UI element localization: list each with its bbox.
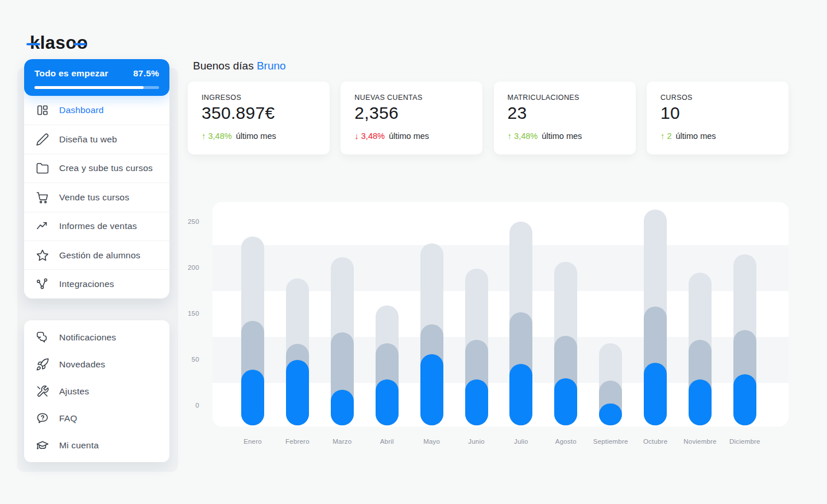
integrations-icon	[36, 277, 49, 291]
stat-card-value: 2,356	[354, 103, 469, 123]
stat-cards-row: INGRESOS350.897€↑3,48%último mesNUEVAS C…	[188, 82, 789, 154]
up-arrow-icon: ↑	[660, 131, 665, 141]
x-axis-label-junio: Junio	[468, 438, 485, 445]
x-axis-label-septiembre: Septiembre	[593, 438, 628, 445]
sidebar-item-label: Integraciones	[59, 279, 114, 289]
stat-card-delta: ↑3,48%último mes	[508, 131, 622, 141]
x-axis-label-noviembre: Noviembre	[683, 438, 716, 445]
sidebar-item-faq[interactable]: FAQ	[24, 405, 169, 432]
sidebar-item-label: FAQ	[59, 413, 78, 424]
y-axis-tick-150: 150	[171, 310, 199, 317]
sidebar-item-dashboard[interactable]: Dashboard	[24, 96, 169, 125]
bar-septiembre-blue_layer	[599, 404, 622, 425]
x-axis-label-agosto: Agosto	[555, 438, 577, 445]
chat-bubbles-icon	[36, 331, 49, 344]
sidebar-item-gestion-de-alumnos[interactable]: Gestión de alumnos	[24, 241, 169, 269]
page-greeting: Buenos días Bruno	[193, 60, 286, 72]
x-axis-label-diciembre: Diciembre	[729, 438, 760, 445]
y-axis-tick-50: 50	[171, 356, 199, 363]
sidebar-main-card: Todo es empezar 87.5% DashboardDiseña tu…	[24, 59, 169, 298]
down-arrow-icon: ↓	[354, 131, 359, 141]
bar-julio-blue_layer	[509, 364, 532, 425]
greeting-text: Buenos días	[193, 60, 257, 72]
bar-octubre-blue_layer	[644, 363, 667, 425]
sidebar-item-ajustes[interactable]: Ajustes	[24, 378, 169, 405]
bar-noviembre-blue_layer	[689, 379, 712, 425]
sidebar-item-label: Mi cuenta	[59, 440, 99, 451]
faq-bubble-icon	[36, 412, 49, 425]
tools-icon	[36, 385, 49, 398]
progress-percent: 87.5%	[133, 68, 159, 79]
pen-icon	[36, 133, 49, 146]
stat-card-delta-suffix: último mes	[389, 131, 429, 141]
stat-card-delta-suffix: último mes	[675, 131, 716, 141]
cart-icon	[36, 191, 49, 204]
bar-agosto-blue_layer	[554, 378, 577, 425]
up-arrow-icon: ↑	[508, 131, 512, 141]
sidebar-item-label: Informes de ventas	[59, 221, 137, 231]
up-arrow-icon: ↑	[202, 131, 206, 141]
stat-card-title: CURSOS	[660, 94, 775, 102]
bar-junio-blue_layer	[465, 379, 488, 425]
stat-card-delta: ↓3,48%último mes	[354, 131, 469, 141]
graduation-cap-icon	[36, 439, 49, 452]
stat-card-delta: ↑3,48%último mes	[202, 131, 316, 141]
stat-card-value: 350.897€	[202, 103, 316, 123]
sidebar-item-label: Ajustes	[59, 386, 89, 397]
sidebar-item-vende-tus-cursos[interactable]: Vende tus cursos	[24, 183, 169, 211]
x-axis-label-mayo: Mayo	[423, 438, 440, 445]
monthly-bar-chart-bars	[212, 202, 789, 427]
folder-icon	[36, 161, 49, 175]
greeting-user-name: Bruno	[257, 60, 286, 72]
sidebar-item-mi-cuenta[interactable]: Mi cuenta	[24, 432, 169, 459]
stat-card-title: INGRESOS	[202, 94, 316, 102]
sidebar-item-integraciones[interactable]: Integraciones	[24, 269, 169, 298]
sidebar-item-disena-tu-web[interactable]: Diseña tu web	[24, 125, 169, 153]
bar-mayo-blue_layer	[420, 354, 443, 425]
stat-card-delta-suffix: último mes	[236, 131, 276, 141]
rocket-icon	[36, 358, 49, 371]
stat-card-cursos: CURSOS10↑2último mes	[647, 82, 789, 154]
sidebar-item-label: Vende tus cursos	[59, 192, 129, 203]
stat-card-nuevas-cuentas: NUEVAS CUENTAS2,356↓3,48%último mes	[341, 82, 482, 154]
sidebar-item-label: Notificaciones	[59, 332, 116, 343]
stat-card-delta-value: 2	[667, 131, 671, 141]
sidebar-item-label: Novedades	[59, 359, 105, 370]
sidebar-primary-menu: DashboardDiseña tu webCrea y sube tus cu…	[24, 96, 169, 298]
stat-card-title: NUEVAS CUENTAS	[354, 94, 469, 102]
bar-diciembre-blue_layer	[733, 374, 756, 425]
x-axis-label-marzo: Marzo	[333, 438, 351, 445]
x-axis-label-febrero: Febrero	[285, 438, 310, 445]
stat-card-title: MATRICULACIONES	[508, 94, 622, 102]
y-axis-tick-0: 0	[171, 402, 199, 409]
stat-card-delta-value: 3,48%	[208, 131, 232, 141]
bar-abril-blue_layer	[376, 379, 399, 425]
bar-enero-blue_layer	[241, 370, 264, 425]
sidebar-item-notificaciones[interactable]: Notificaciones	[24, 324, 169, 351]
progress-bar	[34, 86, 159, 89]
sidebar-item-informes-de-ventas[interactable]: Informes de ventas	[24, 212, 169, 241]
stat-card-value: 10	[660, 103, 775, 123]
sidebar-item-novedades[interactable]: Novedades	[24, 351, 169, 378]
klasoo-logo: klasoo	[30, 33, 88, 53]
x-axis-label-abril: Abril	[380, 438, 394, 445]
x-axis-label-julio: Julio	[514, 438, 528, 445]
progress-title: Todo es empezar	[34, 68, 108, 79]
sidebar-item-label: Diseña tu web	[59, 134, 117, 145]
y-axis-tick-250: 250	[171, 218, 199, 225]
stat-card-matriculaciones: MATRICULACIONES23↑3,48%último mes	[494, 82, 636, 154]
logo-blue-dash-k	[26, 43, 40, 45]
logo-blue-dash-oo	[74, 43, 86, 45]
dashboard-icon	[36, 103, 49, 117]
sidebar-secondary-menu: NotificacionesNovedadesAjustesFAQMi cuen…	[24, 324, 169, 459]
stat-card-delta-suffix: último mes	[542, 131, 582, 141]
sidebar-item-crea-y-sube-tus-cursos[interactable]: Crea y sube tus cursos	[24, 154, 169, 183]
stat-card-delta-value: 3,48%	[514, 131, 538, 141]
stat-card-delta-value: 3,48%	[361, 131, 385, 141]
sidebar-item-label: Crea y sube tus cursos	[59, 163, 153, 173]
bar-febrero-blue_layer	[286, 360, 309, 425]
stat-card-ingresos: INGRESOS350.897€↑3,48%último mes	[188, 82, 330, 154]
y-axis-tick-200: 200	[171, 264, 199, 271]
sidebar-secondary-card: NotificacionesNovedadesAjustesFAQMi cuen…	[24, 320, 169, 462]
stat-card-delta: ↑2último mes	[660, 131, 775, 141]
